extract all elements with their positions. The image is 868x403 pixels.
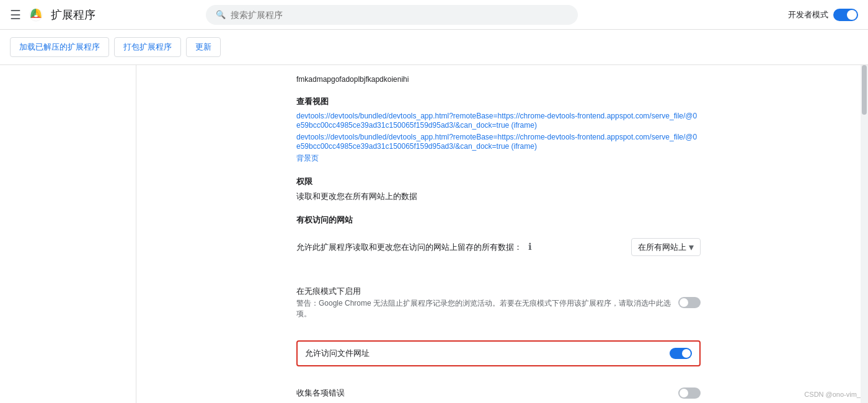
chrome-logo bbox=[29, 7, 43, 22]
allow-file-toggle[interactable] bbox=[670, 348, 692, 359]
pack-extension-button[interactable]: 打包扩展程序 bbox=[114, 37, 181, 57]
load-unpacked-button[interactable]: 加载已解压的扩展程序 bbox=[10, 37, 109, 57]
allow-file-row: 允许访问文件网址 bbox=[296, 340, 701, 366]
action-bar: 加载已解压的扩展程序 打包扩展程序 更新 bbox=[0, 30, 868, 65]
topbar-right: 开发者模式 bbox=[788, 9, 858, 21]
inspect-link-3: 背景页 bbox=[296, 153, 701, 164]
incognito-title: 在无痕模式下启用 bbox=[296, 286, 678, 297]
content-area: fmkadmapgofadoplbjfkapdkoienihi 查看视图 dev… bbox=[0, 65, 868, 403]
scrollbar[interactable] bbox=[861, 65, 868, 403]
chevron-down-icon: ▾ bbox=[689, 241, 694, 253]
topbar: ☰ 扩展程序 🔍 开发者模式 bbox=[0, 0, 868, 30]
site-access-option: 在所有网站上 bbox=[638, 242, 686, 253]
info-icon[interactable]: ℹ bbox=[528, 241, 532, 252]
site-access-label: 有权访问的网站 bbox=[296, 215, 701, 226]
incognito-toggle[interactable] bbox=[678, 297, 701, 308]
incognito-desc: 警告：Google Chrome 无法阻止扩展程序记录您的浏览活动。若要在无痕模… bbox=[296, 298, 678, 319]
permissions-section: 权限 读取和更改您在所有网站上的数据 bbox=[296, 176, 701, 202]
dev-mode-label: 开发者模式 bbox=[788, 9, 828, 20]
inspect-label: 查看视图 bbox=[296, 96, 701, 107]
id-section: fmkadmapgofadoplbjfkapdkoienihi bbox=[296, 75, 701, 84]
incognito-section: 在无痕模式下启用 警告：Google Chrome 无法阻止扩展程序记录您的浏览… bbox=[296, 277, 701, 328]
collect-errors-label: 收集各项错误 bbox=[296, 388, 678, 399]
page-title: 扩展程序 bbox=[51, 7, 95, 22]
search-icon: 🔍 bbox=[216, 10, 226, 19]
inspect-section: 查看视图 devtools://devtools/bundled/devtool… bbox=[296, 96, 701, 164]
site-access-row: 允许此扩展程序读取和更改您在访问的网站上留存的所有数据： ℹ 在所有网站上 ▾ bbox=[296, 229, 701, 265]
update-button[interactable]: 更新 bbox=[186, 37, 221, 57]
permissions-value: 读取和更改您在所有网站上的数据 bbox=[296, 192, 417, 201]
permissions-item: 读取和更改您在所有网站上的数据 bbox=[296, 191, 701, 202]
extension-id-value: fmkadmapgofadoplbjfkapdkoienihi bbox=[296, 75, 701, 84]
incognito-label-wrap: 在无痕模式下启用 警告：Google Chrome 无法阻止扩展程序记录您的浏览… bbox=[296, 286, 678, 319]
topbar-left: ☰ 扩展程序 bbox=[10, 7, 95, 22]
inspect-link-1: devtools://devtools/bundled/devtools_app… bbox=[296, 111, 701, 130]
collect-errors-section: 收集各项错误 bbox=[296, 379, 701, 403]
background-page-link[interactable]: 背景页 bbox=[296, 154, 319, 162]
search-bar[interactable]: 🔍 bbox=[206, 5, 578, 25]
site-access-dropdown[interactable]: 在所有网站上 ▾ bbox=[631, 238, 701, 256]
site-access-section: 有权访问的网站 允许此扩展程序读取和更改您在访问的网站上留存的所有数据： ℹ 在… bbox=[296, 215, 701, 265]
watermark: CSDN @ono-vim_ bbox=[804, 391, 861, 398]
dev-mode-toggle[interactable] bbox=[833, 9, 858, 21]
menu-icon[interactable]: ☰ bbox=[10, 7, 21, 22]
collect-errors-toggle[interactable] bbox=[678, 388, 701, 399]
allow-file-section: 允许访问文件网址 bbox=[296, 340, 701, 366]
permissions-label: 权限 bbox=[296, 176, 701, 187]
incognito-row: 在无痕模式下启用 警告：Google Chrome 无法阻止扩展程序记录您的浏览… bbox=[296, 277, 701, 328]
allow-file-label: 允许访问文件网址 bbox=[305, 348, 670, 359]
scrollbar-thumb bbox=[862, 65, 867, 115]
detail-content: fmkadmapgofadoplbjfkapdkoienihi 查看视图 dev… bbox=[281, 65, 715, 403]
inspect-link-2-anchor[interactable]: devtools://devtools/bundled/devtools_app… bbox=[296, 133, 697, 151]
detail-panel: fmkadmapgofadoplbjfkapdkoienihi 查看视图 dev… bbox=[136, 65, 861, 403]
inspect-link-2: devtools://devtools/bundled/devtools_app… bbox=[296, 132, 701, 151]
site-access-desc: 允许此扩展程序读取和更改您在访问的网站上留存的所有数据： ℹ bbox=[296, 241, 631, 253]
inspect-link-1-anchor[interactable]: devtools://devtools/bundled/devtools_app… bbox=[296, 112, 697, 130]
collect-errors-row: 收集各项错误 bbox=[296, 379, 701, 403]
permissions-list: 读取和更改您在所有网站上的数据 bbox=[296, 191, 701, 202]
search-input[interactable] bbox=[231, 10, 568, 20]
inspect-links: devtools://devtools/bundled/devtools_app… bbox=[296, 111, 701, 164]
sidebar bbox=[0, 65, 136, 403]
